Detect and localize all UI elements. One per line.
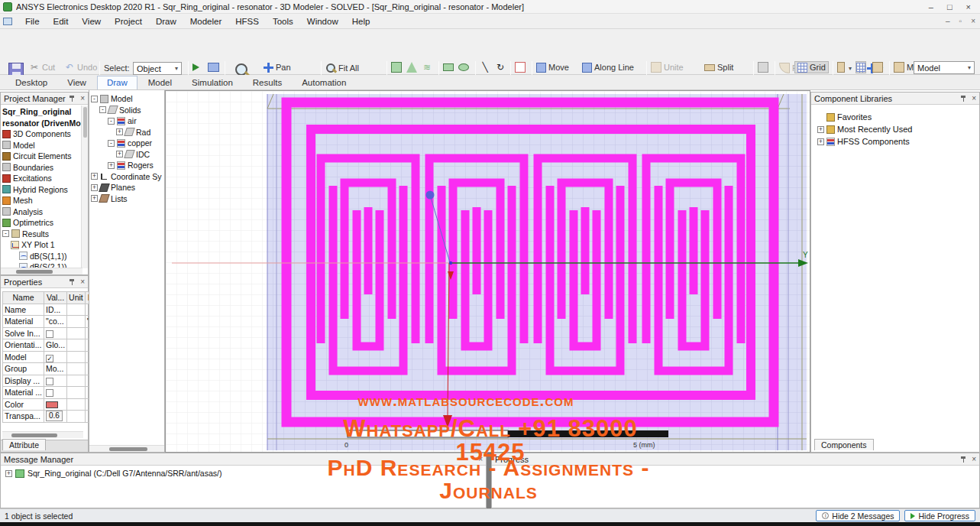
pin-icon[interactable] — [69, 278, 75, 285]
history-solids[interactable]: -Solids — [99, 105, 164, 116]
close-icon[interactable]: × — [966, 2, 971, 11]
prop-row-group[interactable]: GroupMo... — [3, 363, 96, 375]
draw-line-button[interactable]: ╲ — [480, 61, 490, 73]
tree-item-trace-s11[interactable]: dB(S(1,1)) — [19, 251, 88, 262]
object-type-dropdown[interactable]: Model — [914, 61, 975, 74]
components-tab[interactable]: Components — [814, 439, 874, 450]
menu-draw[interactable]: Draw — [149, 15, 183, 28]
tree-item-3d-components[interactable]: 3D Components — [2, 128, 88, 140]
draw-ellipse-button[interactable] — [458, 61, 469, 73]
mdi-close-icon[interactable]: × — [971, 17, 975, 25]
close-icon[interactable]: × — [80, 94, 85, 102]
minimize-icon[interactable]: – — [929, 2, 933, 11]
tree-item-mesh[interactable]: Mesh — [2, 195, 88, 206]
checkbox-unchecked[interactable] — [46, 330, 53, 338]
tab-automation[interactable]: Automation — [293, 76, 355, 89]
history-air[interactable]: -air — [108, 115, 164, 127]
viewport-canvas[interactable]: Y 0 5 (mm) — [166, 91, 810, 453]
pan-button[interactable]: Pan — [263, 61, 291, 73]
prop-row-transparency[interactable]: Transpa...0.6 — [3, 411, 96, 423]
draw-arc-center-button[interactable]: ↻ — [495, 61, 506, 73]
mdi-minimize-icon[interactable]: – — [946, 17, 950, 25]
close-icon[interactable]: × — [478, 455, 483, 463]
select-mode-dropdown[interactable]: Object — [133, 62, 182, 75]
section-button[interactable] — [758, 61, 768, 73]
prop-row-color[interactable]: Color — [3, 398, 96, 411]
tree-item-circuit-elements[interactable]: Circuit Elements — [2, 151, 88, 162]
prop-row-material-override[interactable]: Material ... — [3, 387, 96, 399]
history-lists[interactable]: +Lists — [91, 193, 164, 205]
tab-model[interactable]: Model — [139, 76, 181, 89]
pin-icon[interactable] — [69, 95, 75, 102]
tree-item-excitations[interactable]: Excitations — [2, 173, 88, 184]
modeler-viewport[interactable]: Y 0 5 (mm) — [165, 90, 810, 453]
history-rogers[interactable]: +Rogers — [108, 160, 164, 171]
tree-item-optimetrics[interactable]: Optimetrics — [2, 217, 88, 229]
library-favorites[interactable]: Favorites — [817, 111, 979, 123]
expand-icon[interactable]: + — [5, 470, 12, 477]
vertical-scrollbar[interactable] — [81, 106, 88, 268]
hide-messages-button[interactable]: iHide 2 Messages — [816, 510, 900, 521]
fit-all-button[interactable]: Fit All — [325, 62, 359, 74]
create-region-button[interactable] — [515, 61, 526, 73]
prop-row-solve-inside[interactable]: Solve In... — [3, 327, 96, 339]
horizontal-scrollbar[interactable] — [89, 445, 164, 452]
mdi-restore-icon[interactable]: ▫ — [959, 17, 962, 25]
view-visibility-button[interactable] — [208, 61, 219, 73]
close-icon[interactable]: × — [972, 455, 976, 463]
maximize-icon[interactable]: □ — [947, 2, 953, 11]
history-idc[interactable]: +IDC — [116, 149, 164, 161]
snap-grid-button[interactable] — [855, 61, 866, 73]
checkbox-unchecked[interactable] — [46, 389, 53, 397]
history-coordinate-systems[interactable]: +Coordinate Sy — [91, 171, 164, 183]
checkbox-unchecked[interactable] — [46, 378, 53, 385]
tab-simulation[interactable]: Simulation — [183, 76, 242, 89]
menu-window[interactable]: Window — [300, 15, 345, 28]
draw-box-button[interactable] — [391, 61, 402, 73]
history-model[interactable]: -Model — [91, 93, 164, 105]
menu-tools[interactable]: Tools — [266, 15, 300, 28]
menu-help[interactable]: Help — [345, 15, 377, 28]
col-value[interactable]: Val... — [44, 292, 67, 304]
tree-item-model[interactable]: Model — [2, 140, 88, 151]
move-button[interactable]: Move — [536, 61, 569, 73]
draw-cone-button[interactable] — [406, 61, 417, 73]
menu-edit[interactable]: Edit — [47, 15, 76, 28]
duplicate-along-line-button[interactable]: Along Line — [582, 61, 634, 73]
tree-item-hybrid-regions[interactable]: Hybrid Regions — [2, 184, 88, 196]
prop-row-display[interactable]: Display ... — [3, 375, 96, 387]
menu-view[interactable]: View — [75, 15, 108, 28]
col-name[interactable]: Name — [3, 292, 44, 304]
prop-row-orientation[interactable]: Orientati...Glo... — [3, 339, 96, 352]
menu-project[interactable]: Project — [108, 15, 149, 28]
history-copper[interactable]: -copper — [108, 138, 164, 149]
tab-results[interactable]: Results — [244, 76, 291, 89]
attribute-tab[interactable]: Attribute — [2, 439, 46, 450]
cut-button[interactable]: ✂Cut — [29, 61, 55, 73]
prop-row-material[interactable]: Material"co..."c — [3, 316, 96, 328]
show-all-button[interactable] — [192, 61, 199, 73]
pin-icon[interactable] — [960, 95, 966, 102]
transparency-button[interactable]: 0.6 — [46, 411, 63, 421]
library-hfss-components[interactable]: +HFSS Components — [817, 135, 979, 148]
tab-desktop[interactable]: Desktop — [6, 76, 57, 89]
prop-row-name[interactable]: NameID... — [3, 304, 96, 316]
checkbox-checked[interactable]: ✓ — [46, 355, 53, 362]
menu-modeler[interactable]: Modeler — [183, 15, 229, 28]
col-unit[interactable]: Unit — [67, 292, 86, 304]
tree-item-results[interactable]: -Results — [2, 229, 88, 240]
close-icon[interactable]: × — [80, 278, 85, 286]
tree-item-analysis[interactable]: Analysis — [2, 206, 88, 218]
draw-helix-button[interactable]: ≋ — [422, 61, 432, 73]
tab-view[interactable]: View — [58, 76, 95, 89]
unite-button[interactable]: Unite — [651, 61, 684, 73]
grid-toggle-button[interactable]: Grid — [794, 61, 829, 73]
history-planes[interactable]: +Planes — [91, 182, 164, 193]
tree-item-design[interactable]: resonator (DrivenModal) — [2, 118, 88, 129]
horizontal-scrollbar[interactable] — [1, 268, 82, 274]
tree-item-boundaries[interactable]: Boundaries — [2, 162, 88, 174]
tree-item-project[interactable]: Sqr_Ring_original — [2, 106, 88, 118]
menu-hfss[interactable]: HFSS — [228, 15, 266, 28]
tab-draw[interactable]: Draw — [97, 76, 137, 89]
draw-rectangle-button[interactable] — [443, 61, 454, 73]
